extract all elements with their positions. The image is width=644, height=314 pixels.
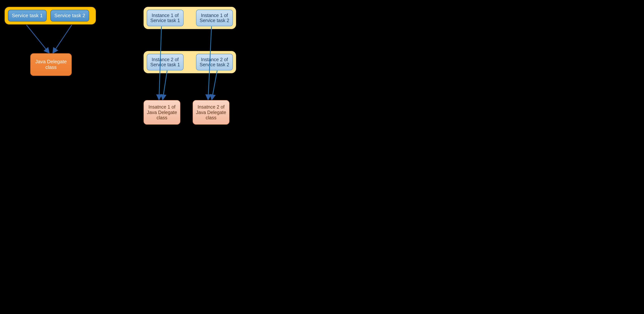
arrow-i2t2-d2	[212, 70, 217, 99]
service-task-2-label: Service task 2	[54, 13, 85, 18]
process-instance-2-container: Instance 2 of Service task 1 Instance 2 …	[144, 51, 236, 73]
arrow-task1-delegate	[26, 25, 49, 52]
instance-1-task-1-label: Instance 1 of Service task 1	[150, 13, 180, 23]
instance-2-task-2-label: Instance 2 of Service task 2	[200, 57, 229, 68]
instance-1-task-2-label: Instance 1 of Service task 2	[200, 13, 229, 23]
process-instance-1-container: Instance 1 of Service task 1 Instance 1 …	[144, 7, 236, 29]
process-definition-container: Service task 1 Service task 2	[4, 7, 96, 24]
instance-2-task-2-box: Instance 2 of Service task 2	[196, 54, 233, 70]
service-task-1-box: Service task 1	[8, 10, 47, 22]
delegate-instance-1-label: Insatnce 1 of Java Delegate class	[147, 104, 177, 120]
delegate-instance-1-box: Insatnce 1 of Java Delegate class	[144, 100, 180, 124]
service-task-2-box: Service task 2	[50, 10, 89, 22]
arrow-task2-delegate	[53, 25, 72, 52]
service-task-1-label: Service task 1	[12, 13, 43, 18]
instance-1-task-2-box: Instance 1 of Service task 2	[196, 10, 233, 26]
instance-2-task-1-label: Instance 2 of Service task 1	[150, 57, 180, 68]
java-delegate-label: Java Delegate class	[30, 59, 72, 70]
instance-1-task-1-box: Instance 1 of Service task 1	[147, 10, 184, 26]
delegate-instance-2-box: Insatnce 2 of Java Delegate class	[193, 100, 230, 124]
delegate-instance-2-label: Insatnce 2 of Java Delegate class	[196, 104, 226, 120]
arrow-i2t1-d1	[163, 70, 167, 99]
instance-2-task-1-box: Instance 2 of Service task 1	[147, 54, 184, 70]
java-delegate-box: Java Delegate class	[30, 53, 72, 76]
